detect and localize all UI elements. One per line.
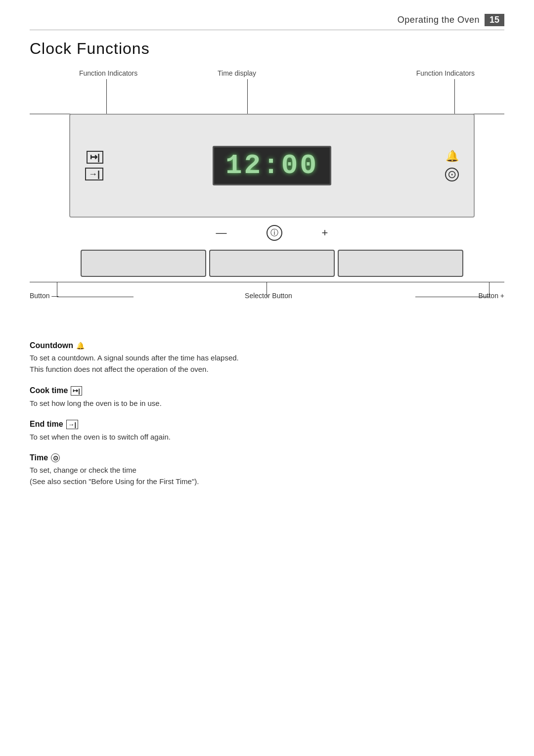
connector-vline-func-right [454, 79, 455, 114]
desc-end-time-text: To set when the oven is to switch off ag… [30, 431, 504, 443]
label-function-indicators-right: Function Indicators [416, 69, 475, 77]
desc-countdown-text: To set a countdown. A signal sounds afte… [30, 352, 504, 375]
button-plus-label: Button + [478, 292, 504, 300]
digital-display: 12:00 [213, 146, 331, 185]
connector-vline-func-left [106, 79, 107, 114]
header-page-number: 15 [485, 14, 504, 26]
desc-cook-time: Cook time ↦| To set how long the oven is… [30, 386, 504, 409]
button-minus[interactable] [81, 250, 206, 277]
diagram-hline-bottom [30, 282, 504, 282]
clock-icon: ⊙ [445, 168, 459, 181]
minus-symbol-top: — [216, 226, 227, 239]
desc-cook-time-text: To set how long the oven is to be in use… [30, 398, 504, 409]
desc-time-text: To set, change or check the time(See als… [30, 464, 504, 488]
descriptions-section: Countdown 🔔 To set a countdown. A signal… [30, 341, 504, 498]
desc-end-time: End time →| To set when the oven is to s… [30, 420, 504, 443]
selector-button-label: Selector Button [245, 292, 292, 300]
end-time-icon: →| [85, 168, 103, 180]
bottom-labels-row: Button — Selector Button Button + [30, 292, 504, 300]
heading-countdown-text: Countdown [30, 341, 73, 350]
left-function-icons: ↦| →| [85, 151, 103, 180]
plus-symbol-top: + [322, 226, 328, 239]
heading-cook-time: Cook time ↦| [30, 386, 504, 396]
physical-buttons-row [79, 250, 465, 277]
page-title: Clock Functions [30, 40, 150, 58]
button-plus[interactable] [338, 250, 463, 277]
cook-time-icon: ↦| [87, 151, 103, 164]
heading-time-text: Time [30, 453, 48, 462]
header-title: Operating the Oven [398, 15, 480, 25]
button-selector[interactable] [209, 250, 335, 277]
info-center-icon: ⓘ [267, 225, 282, 241]
heading-cook-time-text: Cook time [30, 386, 68, 395]
digital-time-value: 12:00 [225, 150, 318, 181]
oven-panel: ↦| →| 12:00 🔔 ⊙ [69, 114, 475, 218]
heading-end-time-text: End time [30, 420, 63, 429]
header: Operating the Oven 15 [398, 14, 504, 26]
bell-icon: 🔔 [445, 150, 459, 163]
clock-diagram: Function Indicators Time display Functio… [30, 69, 504, 331]
desc-countdown: Countdown 🔔 To set a countdown. A signal… [30, 341, 504, 375]
label-time-display: Time display [218, 69, 256, 77]
desc-time: Time ⊙ To set, change or check the time(… [30, 453, 504, 488]
countdown-bell-icon: 🔔 [76, 342, 85, 350]
button-minus-label: Button — [30, 292, 58, 300]
heading-countdown: Countdown 🔔 [30, 341, 504, 350]
end-time-heading-icon: →| [66, 420, 79, 429]
right-function-icons: 🔔 ⊙ [445, 150, 459, 181]
heading-time: Time ⊙ [30, 453, 504, 462]
label-function-indicators-left: Function Indicators [79, 69, 137, 77]
heading-end-time: End time →| [30, 420, 504, 429]
header-divider [30, 30, 504, 30]
cook-time-heading-icon: ↦| [71, 386, 82, 396]
connector-vline-time [247, 79, 248, 114]
time-clock-icon: ⊙ [51, 453, 60, 462]
